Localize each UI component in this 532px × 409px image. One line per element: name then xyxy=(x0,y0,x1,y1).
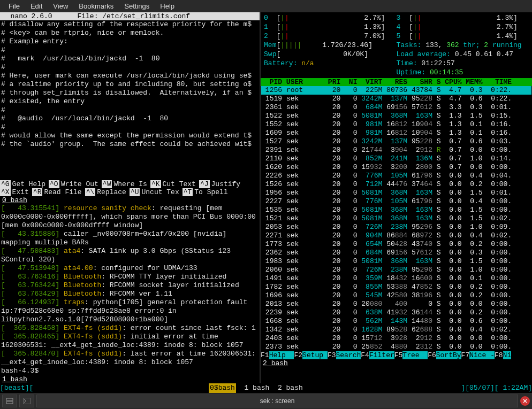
taskbar-active-window[interactable]: sek : screen xyxy=(36,395,518,407)
htop-row[interactable]: 2391 sek 20 0 21744 3904 2912 R 0.7 0.0 … xyxy=(261,146,531,155)
htop-process-list[interactable]: 1256 root 20 0 225M 80736 43784 S 4.7 0.… xyxy=(261,86,532,351)
shortcut-key: ^W xyxy=(102,180,112,188)
shortcut-key: ^R xyxy=(32,188,43,196)
nano-shortcut[interactable]: ^WWhere Is xyxy=(102,180,150,188)
shortcut-key: ^U xyxy=(130,188,140,196)
htop-row[interactable]: 2403 sek 20 0 15712 3928 2912 S 0.0 0.0 … xyxy=(261,334,531,343)
htop-row[interactable]: 2060 sek 20 0 726M 238M 95296 S 0.0 1.0 … xyxy=(261,266,531,274)
shortcut-label: Replace xyxy=(95,188,130,196)
menu-view[interactable]: View xyxy=(48,1,73,11)
htop-row[interactable]: 1256 root 20 0 225M 80736 43784 S 4.7 0.… xyxy=(261,86,531,95)
window-list-icon xyxy=(6,397,13,405)
htop-row[interactable]: 2053 sek 20 0 726M 238M 95296 S 0.0 1.0 … xyxy=(261,223,531,231)
fkey[interactable]: F1 xyxy=(261,351,269,359)
htop-row[interactable]: 1620 sek 20 0 15932 3200 2800 S 0.7 0.0 … xyxy=(261,163,531,172)
fkey[interactable]: F8 xyxy=(495,351,503,359)
htop-row[interactable]: 1491 sek 20 0 359M 18432 16600 S 0.0 0.1… xyxy=(261,274,531,283)
dmesg-line: [ 63.763429] Bluetooth: RFCOMM ver 1.11 xyxy=(1,290,259,298)
nano-shortcut[interactable]: ^XExit xyxy=(0,188,32,196)
nano-shortcut[interactable]: ^\Replace xyxy=(85,188,130,196)
screen-tab-right[interactable]: 2 bash xyxy=(261,359,532,367)
htop-row[interactable]: 1773 sek 20 0 654M 50428 43740 S 0.0 0.2… xyxy=(261,240,531,249)
dmesg-output[interactable]: [ 43.315541] resource sanity check: requ… xyxy=(0,204,260,375)
htop-row[interactable]: 1956 sek 20 0 5081M 368M 163M S 0.0 1.5 … xyxy=(261,189,531,197)
shortcut-key: ^G xyxy=(0,180,11,188)
menu-file[interactable]: File xyxy=(3,1,25,11)
close-icon xyxy=(522,398,528,404)
htop-row[interactable]: 2271 sek 20 0 904M 86884 68972 S 0.0 0.4… xyxy=(261,231,531,240)
fkey-label: Ni xyxy=(503,351,512,359)
htop-row[interactable]: 1782 sek 20 0 855M 53388 47852 S 0.0 0.2… xyxy=(261,283,531,291)
htop-row[interactable]: 1522 sek 20 0 5081M 368M 163M S 1.3 1.5 … xyxy=(261,112,531,120)
screen-tab-left-1[interactable]: 1 bash xyxy=(0,375,260,383)
status-win-1[interactable]: 1 bash xyxy=(245,383,270,393)
right-pane[interactable]: 0 [|| 2.7%]3 [|| 1.3%]1 [|| 1.3%]4 [|| 2… xyxy=(261,12,532,383)
fkey[interactable]: F5 xyxy=(394,351,403,359)
htop-row[interactable]: 2013 sek 20 0 20080 400 0 S 0.0 0.0 0:00… xyxy=(261,300,531,308)
left-pane[interactable]: nano 2.6.0 File: /etc/set_rlimits.conf #… xyxy=(0,12,261,383)
fkey[interactable]: F6 xyxy=(428,351,436,359)
htop-row[interactable]: 1526 sek 20 0 712M 44476 37464 S 0.0 0.2… xyxy=(261,180,531,189)
svg-rect-0 xyxy=(6,398,13,400)
htop-row[interactable]: 1519 sek 20 0 3242M 137M 95228 S 4.7 0.6… xyxy=(261,95,531,103)
nano-shortcut[interactable]: ^GGet Help xyxy=(0,180,49,188)
htop-fkeys[interactable]: F1Help F2Setup F3SearchF4FilterF5Tree F6… xyxy=(261,351,532,359)
dmesg-line: [ 365.828465] EXT4-fs (sdd1): initial er… xyxy=(1,333,259,350)
htop-row[interactable]: 2110 sek 20 0 852M 241M 136M S 0.7 1.0 0… xyxy=(261,155,531,163)
htop-row[interactable]: 2226 sek 20 0 776M 105M 61796 S 0.0 0.4 … xyxy=(261,172,531,180)
menu-help[interactable]: Help xyxy=(155,1,180,11)
taskbar-button-left[interactable] xyxy=(2,395,17,407)
htop-row[interactable]: 1696 sek 20 0 545M 42580 38196 S 0.0 0.2… xyxy=(261,291,531,300)
fkey[interactable]: F7 xyxy=(461,351,470,359)
menu-edit[interactable]: Edit xyxy=(25,1,48,11)
dmesg-line: [ 63.763416] Bluetooth: RFCOMM TTY layer… xyxy=(1,273,259,281)
shortcut-key: ^K xyxy=(150,180,161,188)
dmesg-line: [ 63.763424] Bluetooth: RFCOMM socket la… xyxy=(1,281,259,290)
screen-tab-label: 0 bash xyxy=(2,196,27,204)
screen-tab-left-0[interactable]: 0 bash xyxy=(0,196,260,204)
htop-row[interactable]: 2361 sek 20 0 684M 69156 57612 S 3.3 0.3… xyxy=(261,103,531,112)
htop-row[interactable]: 1342 sek 20 0 1628M 89528 62688 S 0.0 0.… xyxy=(261,326,531,334)
htop-row[interactable]: 2227 sek 20 0 776M 105M 61796 S 0.0 0.4 … xyxy=(261,197,531,206)
fkey[interactable]: F2 xyxy=(294,351,302,359)
htop-row[interactable]: 1983 sek 20 0 5081M 368M 163M S 0.0 1.5 … xyxy=(261,257,531,266)
nano-shortcut[interactable]: ^RRead File xyxy=(32,188,85,196)
svg-rect-2 xyxy=(23,398,31,404)
terminal-area[interactable]: nano 2.6.0 File: /etc/set_rlimits.conf #… xyxy=(0,12,532,393)
htop-row[interactable]: 1552 sek 20 0 981M 16812 10904 S 1.3 0.1… xyxy=(261,120,531,129)
dmesg-line: [ 365.828458] EXT4-fs (sdd1): error coun… xyxy=(1,324,259,333)
fkey[interactable]: F4 xyxy=(361,351,369,359)
menu-settings[interactable]: Settings xyxy=(119,1,155,11)
shortcut-label: Where Is xyxy=(112,180,150,188)
shortcut-label: Write Out xyxy=(59,180,102,188)
htop-header[interactable]: PID USER PRI NI VIRT RES SHR S CPU% MEM%… xyxy=(261,78,532,86)
status-win-0[interactable]: 0$bash xyxy=(209,383,236,393)
nano-titlebar: nano 2.6.0 File: /etc/set_rlimits.conf xyxy=(0,12,260,20)
htop-row[interactable]: 1668 sek 20 0 562M 143M 14480 S 0.0 0.6 … xyxy=(261,317,531,326)
status-win-2[interactable]: 2 bash xyxy=(278,383,303,393)
dmesg-line: [ 47.513948] ata4.00: configured for UDM… xyxy=(1,264,259,273)
htop-row[interactable]: 2239 sek 20 0 638M 41932 36144 S 0.0 0.2… xyxy=(261,308,531,317)
shell-prompt[interactable]: bash-4.3$ xyxy=(1,367,39,375)
screen-statusline: [beast] [ 0$bash 1 bash 2 bash ][05/07][… xyxy=(0,383,532,393)
taskbar-button-term[interactable] xyxy=(19,395,34,407)
fkey-label: SortBy xyxy=(436,351,461,359)
nano-shortcut[interactable]: ^UUncut Tex xyxy=(130,188,183,196)
nano-editor-body[interactable]: # disallow any setting of the respective… xyxy=(0,20,260,180)
htop-row[interactable]: 2373 sek 20 0 25852 4880 2312 S 0.0 0.0 … xyxy=(261,343,531,351)
htop-row[interactable]: 1521 sek 20 0 5081M 368M 163M S 0.0 1.5 … xyxy=(261,214,531,223)
htop-row[interactable]: 1527 sek 20 0 3242M 137M 95228 S 0.7 0.6… xyxy=(261,137,531,146)
nano-shortcut[interactable]: ^JJustify xyxy=(199,180,244,188)
menu-bookmarks[interactable]: Bookmarks xyxy=(73,1,119,11)
nano-shortcut[interactable]: ^KCut Text xyxy=(150,180,199,188)
dmesg-line: [ 43.315886] caller _nv000708rm+0x1af/0x… xyxy=(1,230,259,247)
htop-row[interactable]: 1535 sek 20 0 5081M 368M 163M S 0.0 1.5 … xyxy=(261,206,531,214)
nano-shortcut[interactable]: ^OWrite Out xyxy=(49,180,102,188)
htop-row[interactable]: 2362 sek 20 0 684M 69156 57612 S 0.0 0.3… xyxy=(261,249,531,257)
nano-shortcut[interactable]: ^TTo Spell xyxy=(183,188,231,196)
fkey[interactable]: F3 xyxy=(328,351,336,359)
dmesg-line: [ 43.315541] resource sanity check: requ… xyxy=(1,204,259,230)
nano-shortcuts: ^GGet Help^OWrite Out^WWhere Is^KCut Tex… xyxy=(0,180,260,196)
htop-row[interactable]: 1609 sek 20 0 981M 16812 10904 S 1.3 0.1… xyxy=(261,129,531,137)
taskbar-close-button[interactable] xyxy=(520,396,530,406)
